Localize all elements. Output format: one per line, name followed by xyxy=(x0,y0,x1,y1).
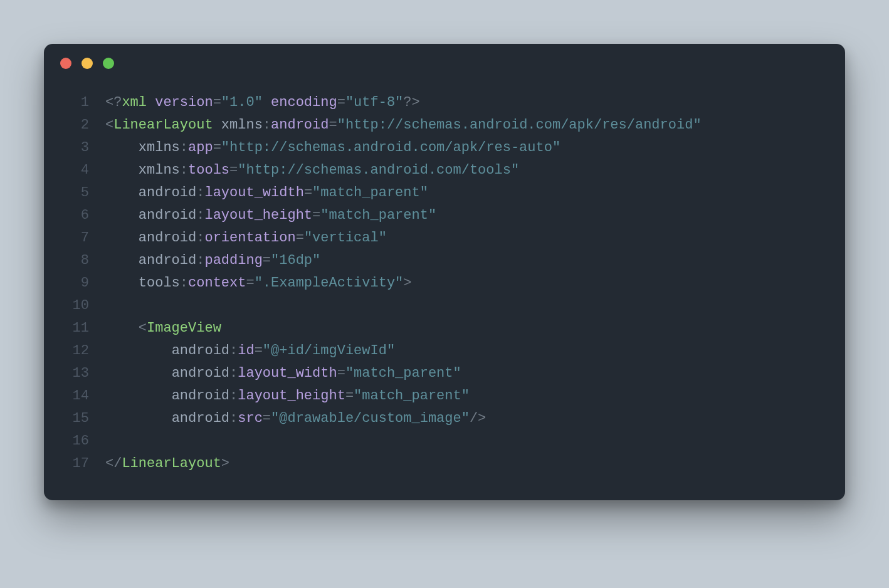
code-line[interactable]: 3 xmlns:app="http://schemas.android.com/… xyxy=(61,137,828,159)
token-punc: > xyxy=(403,275,411,291)
code-line[interactable]: 6 android:layout_height="match_parent" xyxy=(61,204,828,227)
code-line[interactable]: 12 android:id="@+id/imgViewId" xyxy=(61,340,828,362)
token-punc: ?> xyxy=(403,95,419,110)
token-attr: android xyxy=(271,117,329,133)
code-line[interactable]: 16 xyxy=(61,430,828,453)
code-line[interactable]: 8 android:padding="16dp" xyxy=(61,249,828,272)
token-punc xyxy=(105,388,172,404)
token-punc: </ xyxy=(105,456,122,471)
code-content[interactable]: android:id="@+id/imgViewId" xyxy=(105,340,395,362)
code-content[interactable]: </LinearLayout> xyxy=(105,453,229,475)
token-tag: xml xyxy=(122,95,147,110)
token-punc: = xyxy=(337,365,345,381)
token-punc xyxy=(105,253,139,268)
code-editor[interactable]: 1<?xml version="1.0" encoding="utf-8"?>2… xyxy=(44,83,845,500)
token-ns: xmlns xyxy=(139,162,180,178)
code-line[interactable]: 13 android:layout_width="match_parent" xyxy=(61,362,828,385)
line-number: 17 xyxy=(61,453,105,475)
token-punc xyxy=(105,411,172,426)
token-attr: id xyxy=(238,343,254,359)
line-number: 10 xyxy=(61,295,105,317)
line-number: 5 xyxy=(61,182,105,204)
token-punc: : xyxy=(263,117,271,133)
code-content[interactable]: <LinearLayout xmlns:android="http://sche… xyxy=(105,114,702,137)
code-content[interactable]: xmlns:tools="http://schemas.android.com/… xyxy=(105,159,519,182)
code-content[interactable]: <?xml version="1.0" encoding="utf-8"?> xyxy=(105,92,420,114)
token-str: "@drawable/custom_image" xyxy=(271,411,470,426)
token-ns: android xyxy=(139,185,196,201)
line-number: 2 xyxy=(61,114,105,137)
code-line[interactable]: 9 tools:context=".ExampleActivity"> xyxy=(61,272,828,295)
code-line[interactable]: 10 xyxy=(61,295,828,317)
token-punc: = xyxy=(213,95,221,110)
code-line[interactable]: 17</LinearLayout> xyxy=(61,453,828,475)
token-attr: src xyxy=(238,411,263,426)
minimize-icon[interactable] xyxy=(82,58,93,69)
token-punc: <? xyxy=(105,95,122,110)
token-punc: /> xyxy=(470,411,486,426)
token-punc: = xyxy=(263,411,271,426)
token-attr: layout_width xyxy=(204,185,303,201)
line-number: 12 xyxy=(61,340,105,362)
code-line[interactable]: 11 <ImageView xyxy=(61,317,828,340)
token-str: "http://schemas.android.com/apk/res-auto… xyxy=(221,140,560,155)
code-line[interactable]: 7 android:orientation="vertical" xyxy=(61,227,828,249)
token-punc: : xyxy=(180,275,188,291)
token-attr: layout_height xyxy=(238,388,345,404)
code-line[interactable]: 4 xmlns:tools="http://schemas.android.co… xyxy=(61,159,828,182)
code-line[interactable]: 2<LinearLayout xmlns:android="http://sch… xyxy=(61,114,828,137)
code-content[interactable]: tools:context=".ExampleActivity"> xyxy=(105,272,412,295)
code-line[interactable]: 15 android:src="@drawable/custom_image"/… xyxy=(61,407,828,430)
line-number: 7 xyxy=(61,227,105,249)
line-number: 9 xyxy=(61,272,105,295)
token-str: "vertical" xyxy=(304,230,387,246)
token-str: "http://schemas.android.com/tools" xyxy=(238,162,519,178)
code-content[interactable]: android:padding="16dp" xyxy=(105,249,320,272)
code-content[interactable]: android:layout_width="match_parent" xyxy=(105,182,428,204)
code-content[interactable]: android:layout_height="match_parent" xyxy=(105,385,470,407)
token-str: "utf-8" xyxy=(345,95,403,110)
token-attr: version xyxy=(155,95,213,110)
token-punc: = xyxy=(229,162,238,178)
code-content[interactable] xyxy=(105,430,113,453)
line-number: 1 xyxy=(61,92,105,114)
line-number: 16 xyxy=(61,430,105,453)
token-punc: : xyxy=(196,207,204,223)
token-punc: = xyxy=(345,388,354,404)
code-content[interactable]: android:layout_height="match_parent" xyxy=(105,204,436,227)
line-number: 4 xyxy=(61,159,105,182)
token-attr: encoding xyxy=(271,95,337,110)
line-number: 11 xyxy=(61,317,105,340)
code-content[interactable]: android:layout_width="match_parent" xyxy=(105,362,461,385)
token-attr: layout_width xyxy=(238,365,337,381)
code-line[interactable]: 5 android:layout_width="match_parent" xyxy=(61,182,828,204)
code-content[interactable]: <ImageView xyxy=(105,317,221,340)
code-content[interactable] xyxy=(105,295,113,317)
code-content[interactable]: xmlns:app="http://schemas.android.com/ap… xyxy=(105,137,560,159)
code-line[interactable]: 1<?xml version="1.0" encoding="utf-8"?> xyxy=(61,92,828,114)
code-content[interactable]: android:orientation="vertical" xyxy=(105,227,387,249)
token-str: ".ExampleActivity" xyxy=(255,275,404,291)
token-punc xyxy=(147,95,155,110)
code-line[interactable]: 14 android:layout_height="match_parent" xyxy=(61,385,828,407)
token-tag: ImageView xyxy=(147,320,221,336)
token-punc: = xyxy=(312,207,320,223)
token-attr: app xyxy=(188,140,213,155)
token-punc: < xyxy=(105,117,113,133)
token-punc xyxy=(105,162,139,178)
code-window: 1<?xml version="1.0" encoding="utf-8"?>2… xyxy=(44,44,845,500)
token-punc: = xyxy=(304,185,312,201)
token-punc xyxy=(105,275,139,291)
token-punc: : xyxy=(196,253,204,268)
token-ns: android xyxy=(139,207,196,223)
token-attr: padding xyxy=(204,253,262,268)
code-content[interactable]: android:src="@drawable/custom_image"/> xyxy=(105,407,486,430)
token-str: "match_parent" xyxy=(312,185,428,201)
token-ns: android xyxy=(139,230,196,246)
token-punc: : xyxy=(229,365,238,381)
token-punc: > xyxy=(221,456,229,471)
close-icon[interactable] xyxy=(60,58,71,69)
token-punc: : xyxy=(229,343,238,359)
zoom-icon[interactable] xyxy=(103,58,114,69)
token-punc: = xyxy=(337,95,345,110)
